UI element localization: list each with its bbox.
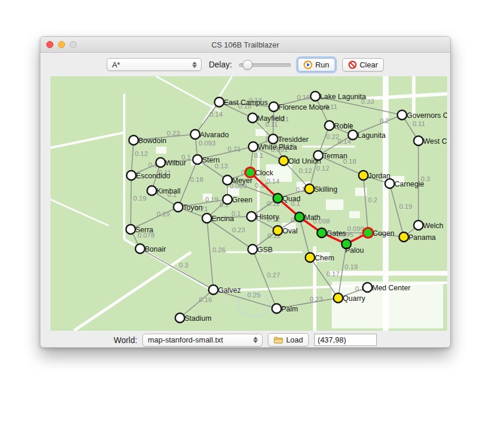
graph-node-governorscor[interactable] — [397, 110, 407, 120]
node-label: Kimball — [156, 187, 181, 195]
edge-weight-label: 0.3 — [179, 262, 189, 269]
graph-node-toyon[interactable] — [173, 202, 183, 212]
graph-node-serra[interactable] — [126, 225, 135, 234]
node-label: Cogen — [373, 229, 394, 238]
node-label: Florence Moore — [278, 103, 330, 111]
graph-node-math[interactable] — [295, 212, 304, 222]
graph-canvas[interactable]: 0.140.150.130.160.210.330.110.110.10.220… — [50, 76, 447, 331]
clear-button[interactable]: Clear — [342, 58, 384, 72]
graph-node-roble[interactable] — [325, 121, 334, 130]
world-select[interactable]: map-stanford-small.txt — [142, 334, 263, 347]
delay-slider[interactable] — [239, 60, 291, 69]
node-label: Mayfield — [257, 114, 285, 123]
graph-node-skilling[interactable] — [305, 184, 314, 194]
slider-thumb[interactable] — [243, 60, 253, 70]
node-label: Galvez — [218, 286, 241, 294]
graph-node-chem[interactable] — [305, 253, 315, 262]
node-label: Lagunita — [357, 131, 386, 140]
node-label: Oval — [282, 227, 298, 235]
graph-node-oval[interactable] — [273, 226, 282, 235]
node-label: Stern — [202, 156, 220, 164]
world-label: World: — [114, 335, 137, 345]
minimize-button[interactable] — [58, 41, 65, 48]
graph-node-meyer[interactable] — [223, 175, 232, 185]
node-label: Lake Lagunita — [320, 93, 366, 101]
edge-weight-label: 0.16 — [297, 94, 310, 101]
zoom-button[interactable] — [70, 41, 77, 48]
edge-weight-label: 0.19 — [399, 203, 412, 210]
graph-node-escondido[interactable] — [127, 171, 136, 180]
dropdown-stepper-icon — [251, 337, 262, 343]
graph-node-bowdoin[interactable] — [129, 135, 138, 145]
graph-node-quad[interactable] — [273, 194, 282, 203]
edge-weight-label: 0.26 — [213, 246, 226, 253]
graph-node-encina[interactable] — [202, 213, 212, 223]
graph-node-whiteplaza[interactable] — [248, 142, 258, 151]
graph-node-kimball[interactable] — [147, 186, 156, 195]
graph-node-quarry[interactable] — [333, 293, 343, 303]
folder-icon — [274, 336, 283, 344]
graph-node-medcenter[interactable] — [363, 283, 372, 292]
graph-node-wilbur[interactable] — [156, 158, 165, 167]
graph-node-panama[interactable] — [399, 232, 408, 242]
edge-weight-label: 0.093 — [199, 140, 216, 147]
graph-node-bonair[interactable] — [135, 244, 145, 253]
coordinates-field[interactable] — [314, 334, 377, 346]
graph-node-gsb[interactable] — [248, 245, 257, 254]
edge-weight-label: 0.11 — [413, 120, 425, 127]
node-label: Wilbur — [165, 159, 186, 167]
node-label: GSB — [257, 246, 273, 254]
no-entry-icon — [348, 60, 357, 69]
edge-weight-label: 0.21 — [228, 145, 241, 152]
node-label: Med Center — [372, 284, 410, 292]
graph-node-galvez[interactable] — [209, 285, 218, 294]
status-bar: World: map-stanford-small.txt Load — [40, 331, 450, 349]
graph-node-history[interactable] — [247, 212, 256, 221]
graph-node-green[interactable] — [223, 195, 232, 204]
node-label: Old Union — [288, 157, 321, 165]
edge-weight-label: 0.1 — [254, 152, 264, 159]
building-block — [326, 199, 343, 210]
graph-node-lakelagunita[interactable] — [311, 91, 320, 101]
title-bar[interactable]: CS 106B Trailblazer — [40, 37, 450, 53]
toolbar: A* Delay: Run Clear — [40, 53, 450, 76]
graph-node-eastcampus[interactable] — [214, 97, 224, 107]
edge-weight-label: 0.27 — [267, 272, 280, 279]
run-button[interactable]: Run — [298, 58, 335, 72]
algorithm-select[interactable]: A* — [107, 58, 202, 71]
graph-node-cogen[interactable] — [363, 228, 373, 238]
traffic-lights — [46, 41, 77, 48]
graph-node-alvarado[interactable] — [190, 130, 200, 139]
map-area[interactable]: 0.140.150.130.160.210.330.110.110.10.220… — [50, 76, 447, 331]
graph-node-lagunita[interactable] — [348, 130, 357, 140]
node-label: Jordan — [368, 172, 390, 180]
graph-node-carnegie[interactable] — [385, 179, 394, 188]
node-label: East Campus — [224, 99, 268, 107]
graph-node-florencemoore[interactable] — [269, 102, 278, 111]
node-label: Bowdoin — [138, 137, 166, 145]
graph-node-mayfield[interactable] — [248, 113, 257, 123]
edge-weight-label: 0.18 — [190, 176, 203, 183]
window-title: CS 106B Trailblazer — [212, 40, 280, 49]
node-label: Quarry — [343, 294, 366, 303]
load-button[interactable]: Load — [268, 333, 309, 347]
edge-weight-label: 0.14 — [210, 111, 223, 118]
node-label: Bonair — [145, 245, 166, 253]
graph-node-palm[interactable] — [272, 304, 281, 313]
graph-node-welch[interactable] — [414, 221, 423, 230]
world-selected-file: map-stanford-small.txt — [143, 335, 251, 344]
graph-node-jordan[interactable] — [359, 171, 368, 180]
edge-weight-label: 0.23 — [167, 130, 180, 137]
graph-node-oldunion[interactable] — [279, 156, 288, 165]
graph-node-stern[interactable] — [193, 155, 202, 164]
graph-node-gates[interactable] — [317, 228, 326, 238]
edge-weight-label: 0.19 — [205, 196, 218, 203]
clear-button-label: Clear — [360, 60, 378, 69]
node-label: Math — [304, 213, 321, 222]
graph-node-westcam[interactable] — [414, 136, 423, 145]
node-label: Roble — [334, 122, 353, 130]
close-button[interactable] — [46, 41, 53, 48]
graph-node-stadium[interactable] — [175, 313, 185, 323]
node-label: Escondido — [136, 172, 170, 180]
algorithm-selected-value: A* — [107, 60, 190, 69]
